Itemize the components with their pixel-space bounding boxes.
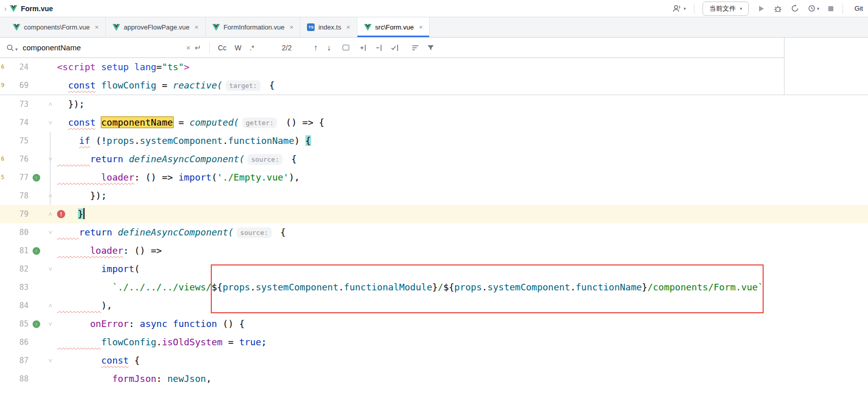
gutter-icon-cell [29,260,44,278]
code-text[interactable]: onError: async function () { [57,315,868,333]
code-line-24[interactable]: 624<script setup lang="ts"> [0,58,868,76]
code-text[interactable]: return defineAsyncComponent(source: { [57,150,868,168]
run-history-button[interactable]: ▾ [807,4,820,13]
code-text[interactable]: return defineAsyncComponent(source: { [57,223,868,242]
gutter-icon-cell: ↑ [29,168,44,187]
code-text[interactable]: const flowConfig = reactive(target: { [57,76,868,95]
fold-marker[interactable]: ˅ [44,223,57,242]
code-text[interactable]: }); [57,95,868,113]
fold-marker[interactable]: ˄ [44,296,57,315]
fold-marker[interactable]: ˄ [44,95,57,113]
clear-search-button[interactable]: × [183,42,194,53]
search-input[interactable] [23,43,183,52]
fold-marker[interactable]: ˄ [44,187,57,205]
regex-toggle[interactable]: .* [245,42,258,53]
previous-match-button[interactable]: ↑ [309,43,322,52]
next-match-button[interactable]: ↓ [322,43,335,52]
match-case-toggle[interactable]: Cc [214,42,231,53]
code-line-85[interactable]: 85↑˅ onError: async function () { [0,315,868,333]
code-line-88[interactable]: 88 formJson: newJson, [0,370,868,388]
filter-button[interactable] [423,44,438,52]
fold-marker[interactable]: ˅ [44,260,57,278]
users-button[interactable]: ▾ [673,5,686,13]
code-line-82[interactable]: 82˅ import( [0,260,868,278]
code-text[interactable]: loader: () => import('./Empty.vue'), [57,168,868,187]
tab-close-button[interactable]: × [194,23,199,31]
code-line-84[interactable]: 84˄ ), [0,296,868,315]
tab-forminformation-vue[interactable]: FormInformation.vue× [206,17,301,37]
tab-close-button[interactable]: × [290,23,294,31]
tab-approveflowpage-vue[interactable]: approveFlowPage.vue× [106,17,206,37]
select-all-occurrences-button[interactable] [387,44,403,52]
left-edge-mark [0,278,7,296]
gutter-icon-cell [29,95,44,113]
fold-marker[interactable]: ˄ [44,205,57,223]
code-text[interactable]: import( [57,260,868,278]
whole-words-toggle[interactable]: W [231,42,245,53]
code-line-80[interactable]: 80˅ return defineAsyncComponent(source: … [0,223,868,242]
code-line-77[interactable]: 577↑ loader: () => import('./Empty.vue')… [0,168,868,187]
newline-icon[interactable]: ↵ [194,43,201,52]
code-line-69[interactable]: 969 const flowConfig = reactive(target: … [0,76,868,95]
search-row: ▾ × ↵ Cc W .* 2/2 ↑ ↓ [0,38,868,58]
sort-results-icon[interactable] [408,44,423,52]
left-edge-mark: 5 [0,168,7,187]
code-text[interactable]: ), [57,296,868,315]
code-line-87[interactable]: 87˅ const { [0,351,868,370]
line-number: 69 [7,76,29,95]
error-icon[interactable]: ! [57,210,65,218]
code-text[interactable]: <script setup lang="ts"> [57,58,868,76]
coverage-button[interactable] [791,4,799,13]
inlay-hint: getter: [242,117,277,128]
gutter-green-icon[interactable]: ↑ [33,320,40,328]
left-edge-mark [0,95,7,113]
remove-selection-button[interactable] [371,44,387,52]
code-line-75[interactable]: 75 if (!props.systemComponent.functionNa… [0,132,868,150]
tab-src-form-vue[interactable]: src\Form.vue× [357,17,430,37]
fold-marker[interactable]: ˅ [44,351,57,370]
gutter-green-icon[interactable]: ↑ [33,247,40,255]
fold-marker[interactable]: ˅ [44,315,57,333]
search-icon[interactable]: ▾ [6,44,18,52]
code-text[interactable]: loader: () => [57,242,868,260]
gutter-icon-cell: ↑ [29,315,44,333]
code-text[interactable]: ! } [57,205,868,223]
tab-close-button[interactable]: × [419,23,423,31]
code-text[interactable]: if (!props.systemComponent.functionName)… [57,132,868,150]
code-line-83[interactable]: 83 `./../../../views/${props.systemCompo… [0,278,868,296]
stop-button[interactable] [827,5,834,12]
code-text[interactable]: }); [57,187,868,205]
code-line-76[interactable]: 676˅ return defineAsyncComponent(source:… [0,150,868,168]
tab-index-ts[interactable]: TSindex.ts× [300,17,357,37]
code-editor[interactable]: 624<script setup lang="ts">969 const flo… [0,58,868,388]
run-config-selector[interactable]: 当前文件 ▾ [703,2,749,16]
left-edge-mark: 6 [0,150,7,168]
tab-close-button[interactable]: × [95,23,99,31]
code-line-74[interactable]: 74˅ const componentName = computed(gette… [0,113,868,132]
tab-components-form-vue[interactable]: components\Form.vue× [6,17,106,37]
tab-close-button[interactable]: × [346,23,350,31]
line-number: 83 [7,278,29,296]
code-line-79[interactable]: 79˄! } [0,205,868,223]
fold-marker [44,278,57,296]
code-text[interactable]: `./../../../views/${props.systemComponen… [57,278,868,296]
debug-button[interactable] [773,4,782,13]
code-line-86[interactable]: 86 flowConfig.isOldSystem = true; [0,333,868,351]
run-button[interactable] [757,5,765,13]
vue-icon [13,24,20,31]
code-line-81[interactable]: 81↑ loader: () => [0,242,868,260]
git-menu[interactable]: Git [854,5,863,12]
gutter-green-icon[interactable]: ↑ [33,174,40,182]
code-line-73[interactable]: 73˄ }); [0,95,868,113]
code-text[interactable]: const componentName = computed(getter: (… [57,113,868,132]
code-line-78[interactable]: 78˄ }); [0,187,868,205]
text-caret [83,208,85,219]
add-selection-button[interactable] [355,44,371,52]
fold-marker[interactable]: ˅ [44,113,57,132]
fold-marker[interactable]: ˅ [44,150,57,168]
code-text[interactable]: const { [57,351,868,370]
code-text[interactable]: flowConfig.isOldSystem = true; [57,333,868,351]
open-in-find-window-button[interactable] [343,45,349,50]
code-text[interactable]: formJson: newJson, [57,370,868,388]
gutter-icon-cell [29,278,44,296]
